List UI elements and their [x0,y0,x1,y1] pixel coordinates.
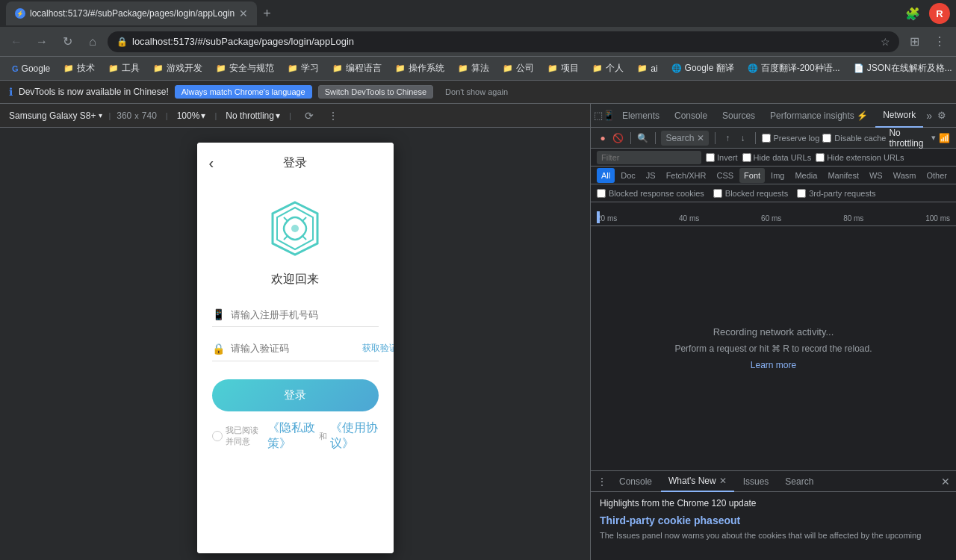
settings-button[interactable]: ⚙ [932,106,952,125]
bookmark-ai[interactable]: 📁 ai [631,62,663,75]
filter-button[interactable]: 🔍 [636,131,648,146]
article-title[interactable]: Third-party cookie phaseout [600,514,947,526]
home-button[interactable]: ⌂ [82,31,103,52]
active-tab[interactable]: ⚡ localhost:5173/#/subPackage/pages/logi… [6,1,257,25]
learn-more-link[interactable]: Learn more [751,360,796,370]
throttle-dropdown[interactable]: No throttling [889,128,928,149]
close-bottom-panel-button[interactable]: ✕ [941,476,950,488]
disable-cache-checkbox[interactable] [822,134,831,143]
hide-ext-urls-checkbox[interactable] [816,153,825,162]
bookmark-os[interactable]: 📁 操作系统 [389,60,450,76]
invert-checkbox-label[interactable]: Invert [706,153,738,162]
tab-network[interactable]: Network [875,104,923,128]
inspect-element-button[interactable]: ⬚ [594,106,603,125]
bookmark-tools[interactable]: 📁 工具 [102,60,146,76]
tab-sources[interactable]: Sources [715,104,763,128]
more-options-button[interactable]: ⋮ [324,107,342,125]
bookmark-algo[interactable]: 📁 算法 [452,60,495,76]
bookmark-programming[interactable]: 📁 编程语言 [326,60,388,76]
filter-doc[interactable]: Doc [616,168,640,183]
search-close-button[interactable]: ✕ [697,133,704,143]
address-bar[interactable]: 🔒 localhost:5173/#/subPackage/pages/logi… [108,31,899,52]
clear-button[interactable]: 🚫 [612,131,624,146]
device-mode-button[interactable]: 📱 [603,106,615,125]
get-code-button[interactable]: 获取验证码 [362,342,394,355]
filter-img[interactable]: Img [766,168,789,183]
code-input[interactable] [231,343,356,354]
filter-ws[interactable]: WS [865,168,887,183]
bookmark-star-icon[interactable]: ☆ [881,36,890,48]
bookmark-google[interactable]: G Google [6,62,56,75]
match-language-button[interactable]: Always match Chrome's language [175,85,312,99]
back-button[interactable]: ‹ [209,155,214,172]
tab-search-bottom[interactable]: Search [777,471,821,492]
bookmark-json[interactable]: 📄 JSON在线解析及格... [848,60,956,76]
login-button[interactable]: 登录 [212,379,379,411]
blocked-requests-label[interactable]: Blocked requests [713,189,788,198]
hide-ext-urls-label[interactable]: Hide extension URLs [816,153,904,162]
phone-input[interactable] [231,309,379,320]
blocked-cookies-checkbox[interactable] [597,189,606,198]
bookmark-tech[interactable]: 📁 技术 [58,60,101,76]
back-button[interactable]: ← [6,31,27,52]
throttle-selector[interactable]: No throttling ▾ [226,111,280,121]
blocked-cookies-label[interactable]: Blocked response cookies [597,189,704,198]
third-party-checkbox[interactable] [797,189,806,198]
offline-toggle[interactable]: 📶 [939,133,950,143]
switch-devtools-button[interactable]: Switch DevTools to Chinese [318,85,433,99]
search-bar-container[interactable]: Search ✕ [661,131,709,146]
more-tabs-button[interactable]: » [926,110,932,122]
third-party-label[interactable]: 3rd-party requests [797,189,875,198]
filter-other[interactable]: Other [922,168,952,183]
tab-close-button[interactable]: ✕ [239,7,248,19]
whats-new-close[interactable]: ✕ [719,476,727,486]
hide-data-urls-checkbox[interactable] [742,153,751,162]
blocked-requests-checkbox[interactable] [713,189,722,198]
bookmark-gamedev[interactable]: 📁 游戏开发 [147,60,208,76]
hide-data-urls-label[interactable]: Hide data URLs [742,153,812,162]
dont-show-again-button[interactable]: Don't show again [439,86,514,98]
privacy-link[interactable]: 《隐私政策》 [267,420,316,452]
filter-fetchxhr[interactable]: Fetch/XHR [662,168,711,183]
rotate-button[interactable]: ⟳ [300,107,318,125]
bookmark-company[interactable]: 📁 公司 [497,60,540,76]
filter-font[interactable]: Font [739,168,765,183]
record-button[interactable]: ● [597,131,609,146]
device-selector[interactable]: Samsung Galaxy S8+ [9,111,102,121]
disable-cache-label[interactable]: Disable cache [822,134,886,143]
import-button[interactable]: ↑ [721,131,733,146]
bookmark-translate[interactable]: 🌐 Google 翻译 [665,60,740,76]
invert-checkbox[interactable] [706,153,715,162]
tab-performance[interactable]: Performance insights ⚡ [763,104,875,128]
filter-manifest[interactable]: Manifest [823,168,863,183]
filter-js[interactable]: JS [642,168,660,183]
forward-button[interactable]: → [31,31,52,52]
agreement-radio[interactable] [212,431,223,441]
tab-console-bottom[interactable]: Console [612,471,659,492]
tab-whats-new[interactable]: What's New ✕ [661,471,734,492]
reload-button[interactable]: ↻ [57,31,78,52]
new-tab-button[interactable]: + [260,6,274,22]
tab-elements[interactable]: Elements [615,104,667,128]
filter-css[interactable]: CSS [712,168,738,183]
bookmark-personal[interactable]: 📁 个人 [586,60,630,76]
bookmark-learn[interactable]: 📁 学习 [282,60,325,76]
export-button[interactable]: ↓ [736,131,748,146]
preserve-log-label[interactable]: Preserve log [762,134,820,143]
user-avatar[interactable]: R [929,3,950,24]
preserve-log-checkbox[interactable] [762,134,771,143]
tab-issues[interactable]: Issues [736,471,777,492]
filter-input[interactable] [597,151,701,164]
throttle-chevron[interactable]: ▾ [931,133,936,143]
bookmark-security[interactable]: 📁 安全与规范 [210,60,280,76]
bookmark-project[interactable]: 📁 项目 [541,60,585,76]
filter-media[interactable]: Media [790,168,822,183]
bookmark-baidu-translate[interactable]: 🌐 百度翻译-200种语... [742,60,846,76]
tab-search-button[interactable]: ⊞ [904,31,925,52]
terms-link[interactable]: 《使用协议》 [330,420,379,452]
filter-wasm[interactable]: Wasm [889,168,921,183]
extensions-button[interactable]: 🧩 [902,3,923,24]
tab-console[interactable]: Console [667,104,715,128]
profile-button[interactable]: ⋮ [929,31,950,52]
bottom-panel-menu[interactable]: ⋮ [597,476,607,488]
